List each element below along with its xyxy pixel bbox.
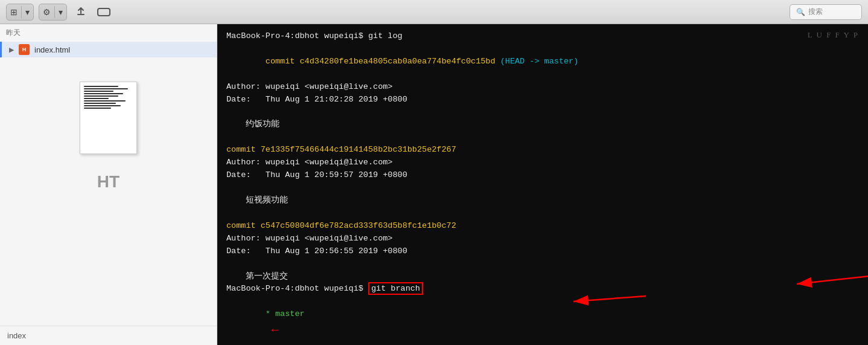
blank-5 [226, 258, 859, 271]
terminal-line-2: commit c4d34280fe1bea4805cab0a0ea774be4f… [226, 43, 859, 81]
annotation-box-git-branch: git branch [368, 282, 423, 295]
preview-lines [80, 82, 136, 112]
terminal-line-date-1: Date: Thu Aug 1 21:02:28 2019 +0800 [226, 94, 859, 106]
file-name-label: index.html [34, 45, 70, 54]
preview-text-label: HT [97, 172, 120, 192]
sidebar-section-header: 昨天 [0, 24, 217, 42]
commit-hash-3: commit c547c50804df6e782acd333f63d5b8fc1… [226, 220, 859, 233]
sidebar-index-label: index [0, 326, 217, 345]
toolbar-divider-2 [54, 6, 55, 18]
toolbar-divider-1 [21, 6, 22, 18]
toolbar-group-left[interactable]: ⊞ ▾ [6, 4, 34, 21]
blank-2 [226, 131, 859, 144]
commit-hash-1: commit c4d34280fe1bea4805cab0a0ea774be4f… [266, 57, 500, 66]
svg-rect-1 [98, 8, 110, 16]
blank-4 [226, 207, 859, 220]
upload-icon [75, 7, 86, 18]
grid-icon[interactable]: ⊞ [10, 7, 18, 17]
terminal-line-msg-3: 第一次提交 [226, 271, 859, 283]
commit-hash-2: commit 7e1335f75466444c19141458b2bc31bb2… [226, 144, 859, 156]
master-label: * master [266, 309, 305, 318]
terminal-line-msg-1: 约饭功能 [226, 118, 859, 131]
sidebar: 昨天 ▶ H index.html [0, 24, 217, 345]
file-arrow-icon: ▶ [9, 46, 14, 54]
shape-button[interactable] [95, 4, 113, 20]
file-type-icon: H [19, 44, 30, 55]
terminal-panel[interactable]: L U F F Y P MacBook-Pro-4:dbhot wupeiqi$… [217, 24, 868, 345]
watermark: L U F F Y P [808, 29, 859, 41]
svg-rect-0 [77, 14, 85, 15]
preview-area: HT [0, 57, 217, 326]
blank-1 [226, 106, 859, 119]
terminal-line-author-3: Author: wupeiqi <wupeiqi@live.com> [226, 233, 859, 245]
chevron-down-icon[interactable]: ▾ [25, 7, 30, 17]
chevron-down-icon-2[interactable]: ▾ [59, 7, 63, 17]
head-label: (HEAD -> master) [500, 57, 579, 66]
terminal-line-1: MacBook-Pro-4:dbhot wupeiqi$ git log [226, 30, 859, 43]
toolbar: ⊞ ▾ ⚙ ▾ 🔍 搜索 [0, 0, 868, 24]
terminal-line-git-branch: MacBook-Pro-4:dbhot wupeiqi$ git branch [226, 283, 859, 295]
left-arrow-annotation: ← [272, 323, 279, 337]
terminal-line-author-2: Author: wupeiqi <wupeiqi@live.com> [226, 156, 859, 169]
terminal-line-date-2: Date: Thu Aug 1 20:59:57 2019 +0800 [226, 169, 859, 182]
search-box[interactable]: 🔍 搜索 [790, 4, 862, 20]
blank-3 [226, 182, 859, 195]
gear-icon[interactable]: ⚙ [43, 7, 51, 17]
toolbar-group-settings[interactable]: ⚙ ▾ [39, 4, 67, 21]
search-icon: 🔍 [796, 8, 805, 16]
terminal-line-msg-2: 短视频功能 [226, 195, 859, 207]
shape-icon [97, 8, 110, 16]
terminal-line-master: * master ← [226, 295, 859, 345]
terminal-line-author-1: Author: wupeiqi <wupeiqi@live.com> [226, 81, 859, 94]
terminal-wrapper: L U F F Y P MacBook-Pro-4:dbhot wupeiqi$… [217, 24, 868, 345]
terminal-line-date-3: Date: Thu Aug 1 20:56:55 2019 +0800 [226, 245, 859, 258]
upload-button[interactable] [72, 4, 90, 20]
file-preview-thumbnail [80, 82, 137, 154]
search-placeholder: 搜索 [808, 7, 823, 17]
file-item-index-html[interactable]: ▶ H index.html [0, 42, 217, 57]
main-area: 昨天 ▶ H index.html [0, 24, 868, 345]
